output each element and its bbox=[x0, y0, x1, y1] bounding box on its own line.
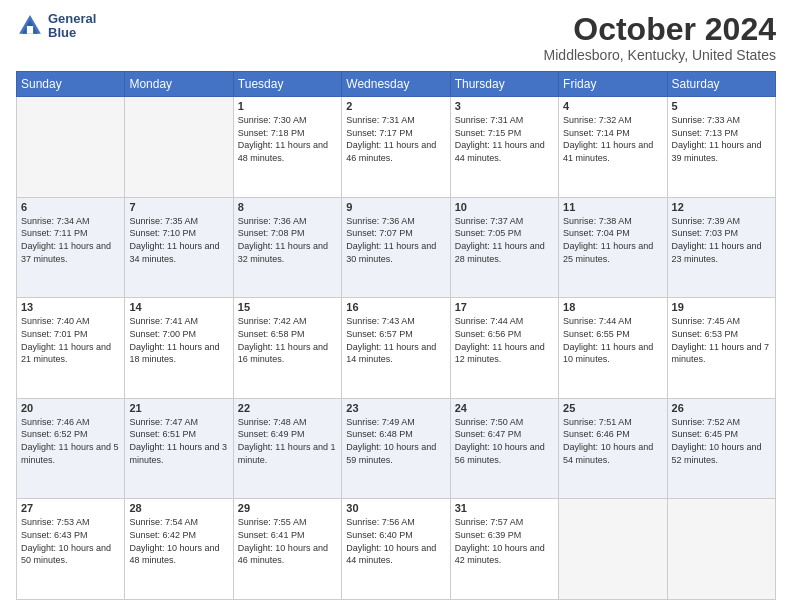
calendar-cell: 6Sunrise: 7:34 AM Sunset: 7:11 PM Daylig… bbox=[17, 197, 125, 298]
day-info: Sunrise: 7:38 AM Sunset: 7:04 PM Dayligh… bbox=[563, 215, 662, 265]
calendar-cell: 27Sunrise: 7:53 AM Sunset: 6:43 PM Dayli… bbox=[17, 499, 125, 600]
calendar-cell: 10Sunrise: 7:37 AM Sunset: 7:05 PM Dayli… bbox=[450, 197, 558, 298]
calendar-cell: 12Sunrise: 7:39 AM Sunset: 7:03 PM Dayli… bbox=[667, 197, 775, 298]
day-number: 21 bbox=[129, 402, 228, 414]
calendar-cell: 19Sunrise: 7:45 AM Sunset: 6:53 PM Dayli… bbox=[667, 298, 775, 399]
calendar-cell: 5Sunrise: 7:33 AM Sunset: 7:13 PM Daylig… bbox=[667, 97, 775, 198]
calendar-cell: 16Sunrise: 7:43 AM Sunset: 6:57 PM Dayli… bbox=[342, 298, 450, 399]
day-number: 3 bbox=[455, 100, 554, 112]
calendar-cell: 20Sunrise: 7:46 AM Sunset: 6:52 PM Dayli… bbox=[17, 398, 125, 499]
day-info: Sunrise: 7:36 AM Sunset: 7:07 PM Dayligh… bbox=[346, 215, 445, 265]
column-header-friday: Friday bbox=[559, 72, 667, 97]
logo-text: General Blue bbox=[48, 12, 96, 41]
day-info: Sunrise: 7:51 AM Sunset: 6:46 PM Dayligh… bbox=[563, 416, 662, 466]
day-number: 10 bbox=[455, 201, 554, 213]
calendar-cell: 15Sunrise: 7:42 AM Sunset: 6:58 PM Dayli… bbox=[233, 298, 341, 399]
day-number: 31 bbox=[455, 502, 554, 514]
day-info: Sunrise: 7:37 AM Sunset: 7:05 PM Dayligh… bbox=[455, 215, 554, 265]
calendar-cell: 8Sunrise: 7:36 AM Sunset: 7:08 PM Daylig… bbox=[233, 197, 341, 298]
day-number: 15 bbox=[238, 301, 337, 313]
day-number: 25 bbox=[563, 402, 662, 414]
day-number: 13 bbox=[21, 301, 120, 313]
day-number: 6 bbox=[21, 201, 120, 213]
calendar-week-row: 1Sunrise: 7:30 AM Sunset: 7:18 PM Daylig… bbox=[17, 97, 776, 198]
day-info: Sunrise: 7:43 AM Sunset: 6:57 PM Dayligh… bbox=[346, 315, 445, 365]
day-number: 19 bbox=[672, 301, 771, 313]
day-number: 7 bbox=[129, 201, 228, 213]
calendar-cell: 13Sunrise: 7:40 AM Sunset: 7:01 PM Dayli… bbox=[17, 298, 125, 399]
calendar-cell: 30Sunrise: 7:56 AM Sunset: 6:40 PM Dayli… bbox=[342, 499, 450, 600]
page-title: October 2024 bbox=[544, 12, 776, 47]
calendar-cell: 7Sunrise: 7:35 AM Sunset: 7:10 PM Daylig… bbox=[125, 197, 233, 298]
day-info: Sunrise: 7:31 AM Sunset: 7:17 PM Dayligh… bbox=[346, 114, 445, 164]
day-info: Sunrise: 7:44 AM Sunset: 6:56 PM Dayligh… bbox=[455, 315, 554, 365]
header: General Blue October 2024 Middlesboro, K… bbox=[16, 12, 776, 63]
day-number: 2 bbox=[346, 100, 445, 112]
day-info: Sunrise: 7:41 AM Sunset: 7:00 PM Dayligh… bbox=[129, 315, 228, 365]
logo-line1: General bbox=[48, 12, 96, 26]
column-header-saturday: Saturday bbox=[667, 72, 775, 97]
day-info: Sunrise: 7:30 AM Sunset: 7:18 PM Dayligh… bbox=[238, 114, 337, 164]
calendar-cell bbox=[125, 97, 233, 198]
calendar-cell: 4Sunrise: 7:32 AM Sunset: 7:14 PM Daylig… bbox=[559, 97, 667, 198]
calendar-cell: 26Sunrise: 7:52 AM Sunset: 6:45 PM Dayli… bbox=[667, 398, 775, 499]
day-info: Sunrise: 7:55 AM Sunset: 6:41 PM Dayligh… bbox=[238, 516, 337, 566]
day-number: 26 bbox=[672, 402, 771, 414]
day-info: Sunrise: 7:48 AM Sunset: 6:49 PM Dayligh… bbox=[238, 416, 337, 466]
day-number: 8 bbox=[238, 201, 337, 213]
calendar-cell: 3Sunrise: 7:31 AM Sunset: 7:15 PM Daylig… bbox=[450, 97, 558, 198]
svg-rect-2 bbox=[27, 26, 33, 34]
day-number: 12 bbox=[672, 201, 771, 213]
calendar-cell: 1Sunrise: 7:30 AM Sunset: 7:18 PM Daylig… bbox=[233, 97, 341, 198]
calendar-header-row: SundayMondayTuesdayWednesdayThursdayFrid… bbox=[17, 72, 776, 97]
calendar-cell bbox=[559, 499, 667, 600]
calendar-cell: 25Sunrise: 7:51 AM Sunset: 6:46 PM Dayli… bbox=[559, 398, 667, 499]
calendar-cell: 22Sunrise: 7:48 AM Sunset: 6:49 PM Dayli… bbox=[233, 398, 341, 499]
calendar-cell: 18Sunrise: 7:44 AM Sunset: 6:55 PM Dayli… bbox=[559, 298, 667, 399]
column-header-thursday: Thursday bbox=[450, 72, 558, 97]
logo: General Blue bbox=[16, 12, 96, 41]
day-info: Sunrise: 7:46 AM Sunset: 6:52 PM Dayligh… bbox=[21, 416, 120, 466]
calendar-cell: 2Sunrise: 7:31 AM Sunset: 7:17 PM Daylig… bbox=[342, 97, 450, 198]
page: General Blue October 2024 Middlesboro, K… bbox=[0, 0, 792, 612]
day-number: 5 bbox=[672, 100, 771, 112]
day-info: Sunrise: 7:36 AM Sunset: 7:08 PM Dayligh… bbox=[238, 215, 337, 265]
day-info: Sunrise: 7:44 AM Sunset: 6:55 PM Dayligh… bbox=[563, 315, 662, 365]
calendar-cell: 21Sunrise: 7:47 AM Sunset: 6:51 PM Dayli… bbox=[125, 398, 233, 499]
day-number: 4 bbox=[563, 100, 662, 112]
column-header-wednesday: Wednesday bbox=[342, 72, 450, 97]
day-number: 20 bbox=[21, 402, 120, 414]
day-info: Sunrise: 7:54 AM Sunset: 6:42 PM Dayligh… bbox=[129, 516, 228, 566]
calendar-week-row: 13Sunrise: 7:40 AM Sunset: 7:01 PM Dayli… bbox=[17, 298, 776, 399]
day-number: 29 bbox=[238, 502, 337, 514]
day-info: Sunrise: 7:42 AM Sunset: 6:58 PM Dayligh… bbox=[238, 315, 337, 365]
day-number: 9 bbox=[346, 201, 445, 213]
day-number: 14 bbox=[129, 301, 228, 313]
day-info: Sunrise: 7:32 AM Sunset: 7:14 PM Dayligh… bbox=[563, 114, 662, 164]
day-info: Sunrise: 7:53 AM Sunset: 6:43 PM Dayligh… bbox=[21, 516, 120, 566]
day-info: Sunrise: 7:31 AM Sunset: 7:15 PM Dayligh… bbox=[455, 114, 554, 164]
day-number: 16 bbox=[346, 301, 445, 313]
day-number: 17 bbox=[455, 301, 554, 313]
day-number: 30 bbox=[346, 502, 445, 514]
calendar-cell: 11Sunrise: 7:38 AM Sunset: 7:04 PM Dayli… bbox=[559, 197, 667, 298]
day-info: Sunrise: 7:33 AM Sunset: 7:13 PM Dayligh… bbox=[672, 114, 771, 164]
day-number: 24 bbox=[455, 402, 554, 414]
calendar-table: SundayMondayTuesdayWednesdayThursdayFrid… bbox=[16, 71, 776, 600]
day-number: 18 bbox=[563, 301, 662, 313]
calendar-cell: 14Sunrise: 7:41 AM Sunset: 7:00 PM Dayli… bbox=[125, 298, 233, 399]
calendar-week-row: 20Sunrise: 7:46 AM Sunset: 6:52 PM Dayli… bbox=[17, 398, 776, 499]
day-info: Sunrise: 7:50 AM Sunset: 6:47 PM Dayligh… bbox=[455, 416, 554, 466]
day-info: Sunrise: 7:57 AM Sunset: 6:39 PM Dayligh… bbox=[455, 516, 554, 566]
day-info: Sunrise: 7:47 AM Sunset: 6:51 PM Dayligh… bbox=[129, 416, 228, 466]
column-header-monday: Monday bbox=[125, 72, 233, 97]
calendar-cell bbox=[667, 499, 775, 600]
day-info: Sunrise: 7:39 AM Sunset: 7:03 PM Dayligh… bbox=[672, 215, 771, 265]
logo-line2: Blue bbox=[48, 26, 96, 40]
title-block: October 2024 Middlesboro, Kentucky, Unit… bbox=[544, 12, 776, 63]
day-info: Sunrise: 7:56 AM Sunset: 6:40 PM Dayligh… bbox=[346, 516, 445, 566]
day-number: 22 bbox=[238, 402, 337, 414]
column-header-tuesday: Tuesday bbox=[233, 72, 341, 97]
day-number: 28 bbox=[129, 502, 228, 514]
day-number: 1 bbox=[238, 100, 337, 112]
